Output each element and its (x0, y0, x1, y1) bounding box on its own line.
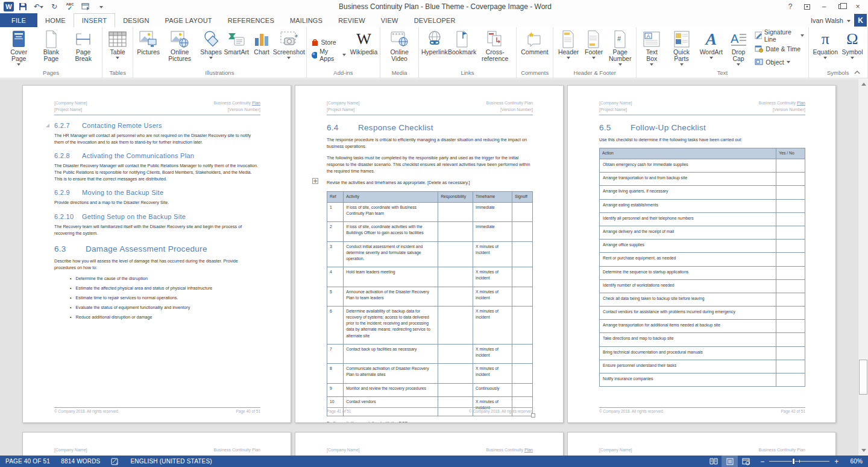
chart-button[interactable]: Chart (249, 28, 274, 69)
scroll-up-button[interactable] (858, 79, 868, 89)
drop-cap-button[interactable]: A Drop Cap (725, 28, 752, 69)
ribbon-display-options-button[interactable] (799, 1, 815, 12)
date-time-button[interactable]: Date & Time (753, 42, 805, 55)
table-icon (108, 30, 127, 49)
page-header: [Company Name][Project Name] Business Co… (599, 100, 805, 115)
tab-page-layout[interactable]: PAGE LAYOUT (157, 13, 220, 27)
quick-parts-button[interactable]: Quick Parts (665, 28, 697, 69)
group-label-header-footer: Header & Footer (554, 69, 635, 78)
zoom-out-button[interactable]: − (760, 459, 764, 465)
bullet-item: •Reduce additional disruption or damage (70, 314, 260, 320)
table-row: 3Conduct initial assessment of incident … (327, 241, 533, 267)
zoom-track[interactable] (769, 461, 829, 462)
page-count-indicator[interactable]: PAGE 40 OF 51 (0, 456, 55, 467)
table-button[interactable]: Table (105, 28, 130, 69)
store-button[interactable]: Store (309, 36, 348, 49)
table-row: Determine the sequence to startup applic… (600, 266, 805, 279)
scroll-thumb[interactable] (859, 360, 867, 395)
quick-parts-icon (674, 30, 690, 49)
object-button[interactable]: Object (753, 56, 805, 68)
zoom-slider[interactable]: − + (754, 459, 844, 465)
table-row: 9Monitor and review the recovery procedu… (327, 383, 533, 396)
scroll-down-button[interactable] (858, 445, 868, 456)
heading-6-2-8: 6.2.8Activating the Communications Plan (54, 152, 260, 159)
col-activity: Activity (344, 191, 438, 202)
header-plan-link: Plan (252, 101, 260, 105)
my-apps-button[interactable]: My Apps (309, 49, 348, 62)
redo-button[interactable]: ↻ (48, 1, 61, 12)
wikipedia-button[interactable]: W Wikipedia (350, 28, 378, 69)
paragraph: ✛Revise the activities and timeframes as… (327, 179, 533, 186)
help-button[interactable]: ? (782, 1, 798, 12)
minimize-button[interactable]: – (816, 1, 832, 12)
tab-view[interactable]: VIEW (373, 13, 406, 27)
comment-button[interactable]: Comment (519, 28, 550, 69)
tab-references[interactable]: REFERENCES (220, 13, 282, 27)
group-label-illustrations: Illustrations (134, 69, 305, 78)
bookmark-button[interactable]: Bookmark (448, 28, 476, 69)
web-layout-button[interactable] (738, 456, 754, 467)
col-timeframe: Timeframe (473, 191, 512, 202)
equation-icon: π (822, 30, 829, 49)
page-break-button[interactable]: Page Break (67, 28, 99, 69)
text-box-button[interactable]: A Text Box (639, 28, 664, 69)
undo-button[interactable]: ↶ (32, 1, 45, 12)
open-recent-button[interactable] (79, 1, 92, 12)
online-video-button[interactable]: Online Video (383, 28, 415, 69)
customize-qat-button[interactable] (95, 1, 108, 12)
footer-button[interactable]: Footer (581, 28, 606, 69)
word-count-indicator[interactable]: 8814 WORDS (55, 456, 105, 467)
tab-mailings[interactable]: MAILINGS (282, 13, 330, 27)
shapes-button[interactable]: Shapes (198, 28, 224, 69)
tab-home[interactable]: HOME (37, 13, 74, 27)
word-logo-icon[interactable]: W (4, 2, 14, 11)
pictures-button[interactable]: Pictures (136, 28, 161, 69)
tab-design[interactable]: DESIGN (115, 13, 157, 27)
blank-page-button[interactable]: Blank Page (35, 28, 67, 69)
cell-empty (438, 364, 473, 383)
tab-developer[interactable]: DEVELOPER (406, 13, 464, 27)
group-pages: Cover Page Blank Page Page Break Pages (0, 27, 102, 78)
close-button[interactable]: × (850, 1, 866, 12)
signature-line-button[interactable]: Signature Line (753, 29, 805, 42)
zoom-thumb[interactable] (792, 458, 795, 465)
ribbon-display-icon (804, 4, 810, 10)
cover-page-button[interactable]: Cover Page (2, 28, 35, 69)
spelling-grammar-button[interactable]: ABC✓ (63, 1, 77, 12)
zoom-level-button[interactable]: 60% (844, 456, 868, 467)
symbol-button[interactable]: Ω Symbol (840, 28, 865, 69)
vertical-scrollbar[interactable] (858, 79, 868, 456)
collapse-ribbon-button[interactable] (851, 68, 863, 77)
equation-button[interactable]: π Equation (811, 28, 840, 69)
user-account[interactable]: Ivan Walsh K (811, 13, 868, 27)
wordart-button[interactable]: A WordArt (699, 28, 724, 69)
document-page-45-partial: [Company Name]Business Continuity Plan (567, 432, 836, 456)
heading-collapse-icon[interactable] (46, 124, 49, 127)
print-layout-button[interactable] (722, 456, 738, 467)
restore-button[interactable] (833, 1, 849, 12)
tab-insert[interactable]: INSERT (74, 13, 115, 27)
tab-file[interactable]: FILE (0, 13, 37, 27)
table-move-handle[interactable]: ✛ (312, 178, 318, 184)
online-pictures-button[interactable]: Online Pictures (161, 28, 198, 69)
table-row: Arrange transportation for additional it… (600, 320, 805, 333)
tab-review[interactable]: REVIEW (330, 13, 373, 27)
save-button[interactable] (16, 1, 30, 12)
cell-empty (438, 202, 473, 221)
page-number-button[interactable]: # Page Number (606, 28, 634, 69)
avatar[interactable]: K (854, 14, 867, 27)
zoom-in-button[interactable]: + (834, 459, 838, 465)
proofing-status-button[interactable] (105, 456, 125, 467)
col-responsibility: Responsibility (438, 191, 473, 202)
table-resize-handle[interactable] (531, 413, 535, 418)
read-mode-button[interactable] (705, 456, 722, 467)
hyperlink-button[interactable]: Hyperlink (421, 28, 448, 69)
language-indicator[interactable]: ENGLISH (UNITED STATES) (125, 456, 217, 467)
object-icon (755, 58, 763, 66)
paragraph: Describe how you will assess the level o… (54, 258, 260, 271)
header-button[interactable]: Header (556, 28, 581, 69)
smartart-button[interactable]: SmartArt (224, 28, 249, 69)
table-row: Rent or purchase equipment, as needed (600, 253, 805, 266)
screenshot-button[interactable]: + Screenshot (274, 28, 303, 69)
cross-reference-button[interactable]: Cross-reference (476, 28, 514, 69)
